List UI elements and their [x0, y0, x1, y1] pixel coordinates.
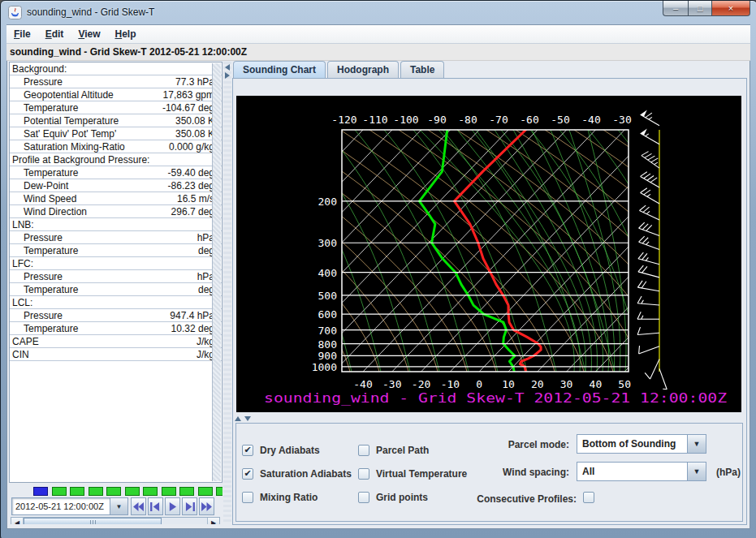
table-row[interactable]: Temperaturedeg [10, 244, 222, 257]
table-row[interactable]: Profile at Background Pressure: [10, 153, 222, 166]
saturation-adiabats-checkbox[interactable]: ✔ [242, 468, 253, 480]
parcel-path-checkbox[interactable] [358, 445, 369, 456]
time-step-square[interactable] [198, 487, 213, 496]
virtual-temperature-checkbox[interactable] [358, 468, 369, 480]
mixing-ratio-checkbox[interactable] [242, 492, 253, 503]
scroll-left-button[interactable]: ◀ [11, 518, 24, 524]
menu-edit[interactable]: Edit [38, 28, 71, 40]
rewind-button[interactable] [131, 497, 146, 515]
table-row[interactable]: PressurehPa [10, 231, 222, 244]
scrollbar-thumb[interactable] [24, 518, 162, 524]
header-strip: sounding_wind - Grid Skew-T 2012-05-21 1… [6, 44, 750, 61]
rewind-icon [133, 502, 144, 511]
tab-sounding-chart[interactable]: Sounding Chart [233, 61, 326, 78]
time-step-square[interactable] [143, 487, 158, 496]
table-row[interactable]: Dew-Point-86.23 deg [10, 179, 222, 192]
step-back-button[interactable] [148, 497, 163, 515]
table-row[interactable]: CINJ/kg [10, 348, 222, 361]
step-forward-button[interactable] [182, 497, 197, 515]
time-step-square[interactable] [70, 487, 84, 496]
table-row[interactable]: Pressure77.3 hPa [10, 75, 222, 88]
time-step-square[interactable] [89, 487, 103, 496]
menu-view[interactable]: View [71, 28, 107, 40]
page-title: sounding_wind - Grid Skew-T 2012-05-21 1… [10, 46, 247, 58]
fast-forward-icon [201, 502, 212, 511]
collapse-up-icon[interactable] [235, 416, 241, 421]
collapse-left-icon[interactable] [225, 64, 230, 71]
consecutive-profiles-label: Consecutive Profiles: [423, 493, 577, 505]
svg-text:-100: -100 [393, 114, 418, 126]
close-button[interactable]: × [711, 1, 750, 16]
time-selector[interactable]: 2012-05-21 12:00:00Z ▼ [11, 497, 128, 515]
title-bar[interactable]: sounding_wind - Grid Skew-T – □ × [1, 1, 756, 24]
play-icon [167, 502, 178, 511]
chart-split-divider[interactable] [235, 415, 738, 422]
row-label: Temperature [10, 245, 78, 256]
consecutive-profiles-checkbox[interactable] [583, 492, 594, 503]
table-row[interactable]: Temperature-59.40 deg [10, 166, 222, 179]
collapse-right-icon[interactable] [225, 72, 230, 79]
tab-hodograph[interactable]: Hodograph [327, 61, 399, 78]
table-row[interactable]: Wind Speed16.5 m/s [10, 192, 222, 205]
time-step-square[interactable] [216, 487, 222, 496]
wind-spacing-select[interactable]: All ▼ [577, 462, 706, 481]
split-pane-divider[interactable] [223, 62, 231, 524]
time-step-square[interactable] [162, 487, 176, 496]
tab-table[interactable]: Table [400, 61, 444, 78]
checkbox-row: ✔Saturation Adiabats [242, 467, 352, 480]
menu-help[interactable]: Help [108, 28, 144, 40]
table-row[interactable]: CAPEJ/kg [10, 335, 222, 348]
time-step-indicator [33, 487, 222, 496]
selected-time: 2012-05-21 12:00:00Z [15, 501, 104, 511]
row-label: Pressure [10, 232, 63, 243]
row-label: Potential Temperature [10, 115, 119, 127]
collapse-down-icon[interactable] [244, 416, 251, 421]
dry-adiabats-checkbox[interactable]: ✔ [242, 445, 253, 456]
svg-text:30: 30 [560, 378, 573, 390]
minimize-button[interactable]: – [663, 1, 688, 16]
checkbox-label: Virtual Temperature [376, 468, 467, 480]
table-row[interactable]: Sat' Equiv' Pot' Temp'350.08 K [10, 127, 222, 140]
time-step-square[interactable] [33, 487, 48, 496]
time-field[interactable]: 2012-05-21 12:00:00Z [11, 497, 110, 515]
time-step-square[interactable] [179, 487, 194, 496]
scroll-right-button[interactable]: ▶ [207, 518, 219, 524]
table-row[interactable]: Saturation Mixing-Ratio0.000 g/kg [10, 140, 222, 153]
table-row[interactable]: Temperaturedeg [10, 283, 222, 296]
chevron-down-icon[interactable]: ▼ [687, 434, 706, 454]
svg-text:-80: -80 [458, 114, 477, 126]
table-row[interactable]: LCL: [10, 296, 222, 309]
table-row[interactable]: LNB: [10, 218, 222, 231]
table-row[interactable]: Geopotential Altitude17,863 gpm [10, 88, 222, 101]
table-row[interactable]: PressurehPa [10, 270, 222, 283]
time-step-square[interactable] [52, 487, 67, 496]
vertical-scrollbar[interactable] [212, 63, 221, 481]
time-step-square[interactable] [106, 487, 121, 496]
table-row[interactable]: Wind Direction296.7 deg [10, 205, 222, 218]
table-row[interactable]: Pressure947.4 hPa [10, 309, 222, 322]
time-step-square[interactable] [125, 487, 140, 496]
table-row[interactable]: Potential Temperature350.08 K [10, 114, 222, 127]
table-row[interactable]: Temperature10.32 deg [10, 322, 222, 335]
svg-text:-40: -40 [581, 114, 600, 126]
row-label: Temperature [10, 102, 78, 114]
menu-file[interactable]: File [6, 28, 38, 40]
skewt-chart-display[interactable]: 2003004005006007008009001000-120-110-100… [236, 96, 741, 412]
chevron-down-icon[interactable]: ▼ [687, 462, 706, 481]
fast-forward-button[interactable] [199, 497, 214, 515]
horizontal-scrollbar[interactable]: ◀ ▶ [11, 517, 220, 524]
time-dropdown-button[interactable]: ▼ [110, 497, 128, 515]
grid-points-checkbox[interactable] [358, 492, 369, 503]
sounding-property-table[interactable]: Background:Pressure77.3 hPaGeopotential … [9, 62, 222, 483]
table-row[interactable]: Background: [10, 62, 222, 75]
table-row[interactable]: Temperature-104.67 deg [10, 101, 222, 114]
table-row[interactable]: LFC: [10, 257, 222, 270]
step-forward-icon [184, 502, 195, 511]
checkbox-row: Parcel Path [358, 444, 467, 456]
parcel-mode-select[interactable]: Bottom of Sounding ▼ [577, 434, 706, 454]
maximize-button[interactable]: □ [688, 1, 711, 16]
play-button[interactable] [165, 497, 180, 515]
svg-text:-90: -90 [427, 114, 446, 126]
svg-text:400: 400 [318, 267, 337, 279]
svg-text:700: 700 [318, 325, 337, 337]
